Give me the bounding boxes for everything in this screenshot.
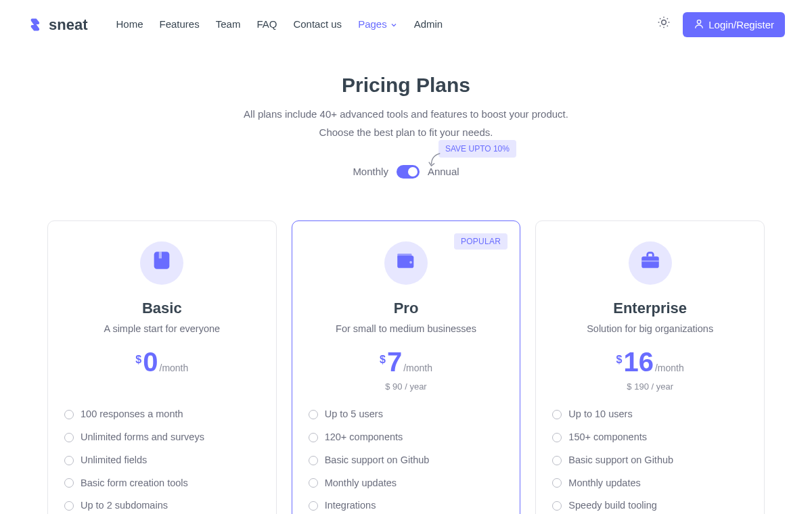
page-subtitle-1: All plans include 40+ advanced tools and… (47, 107, 765, 122)
nav-link-admin[interactable]: Admin (414, 17, 443, 32)
feature-text: Basic support on Github (568, 453, 673, 468)
price-amount: 0 (143, 348, 158, 375)
nav-link-features[interactable]: Features (160, 17, 200, 32)
nav-link-pages[interactable]: Pages (358, 17, 398, 32)
briefcase-icon (639, 249, 662, 277)
toggle-label-monthly[interactable]: Monthly (353, 164, 388, 180)
feature-text: Integrations (325, 498, 376, 513)
page-subtitle-2: Choose the best plan to fit your needs. (47, 125, 765, 141)
feature-text: 120+ components (325, 430, 403, 445)
login-register-button[interactable]: Login/Register (683, 12, 785, 37)
brand-logo-icon (27, 17, 43, 33)
plan-price: $ 16 /month (552, 348, 748, 376)
feature-item: Speedy build tooling (552, 494, 748, 514)
feature-item: 150+ components (552, 426, 748, 449)
feature-text: Up to 5 users (325, 407, 383, 422)
save-badge: SAVE UPTO 10% (438, 140, 516, 158)
price-yearly: $ 90 / year (309, 380, 504, 392)
circle-icon (552, 433, 562, 442)
feature-item: Monthly updates (552, 472, 748, 495)
svg-point-0 (662, 20, 667, 25)
feature-item: 100 responses a month (64, 403, 260, 426)
svg-line-8 (667, 18, 668, 19)
feature-item: Integrations (309, 494, 504, 514)
nav-right: Login/Register (657, 12, 785, 37)
feature-item: Basic form creation tools (64, 472, 260, 495)
circle-icon (309, 501, 318, 511)
wallet-icon (394, 249, 418, 277)
plan-icon-enterprise (629, 241, 672, 285)
svg-point-13 (409, 261, 412, 264)
feature-text: 150+ components (568, 430, 647, 445)
feature-item: Up to 10 users (552, 403, 748, 426)
page-title: Pricing Plans (47, 70, 765, 100)
feature-text: Unlimited fields (81, 453, 147, 468)
circle-icon (64, 433, 74, 442)
plan-icon-basic (140, 241, 183, 285)
nav-link-faq[interactable]: FAQ (256, 17, 277, 32)
plan-desc: Solution for big organizations (552, 322, 748, 337)
nav-link-contact[interactable]: Contact us (293, 17, 342, 32)
price-period: /month (655, 361, 684, 375)
circle-icon (64, 501, 74, 511)
user-icon (694, 18, 704, 31)
nav-link-pages-label: Pages (358, 17, 387, 32)
plan-price: $ 0 /month (64, 348, 260, 376)
popular-badge: POPULAR (454, 233, 508, 250)
svg-rect-15 (641, 260, 659, 262)
billing-switch[interactable] (397, 165, 420, 179)
circle-icon (309, 433, 318, 442)
feature-text: Unlimited forms and surveys (81, 430, 204, 445)
hero: Pricing Plans All plans include 40+ adva… (47, 49, 765, 180)
circle-icon (309, 456, 318, 465)
plan-card-pro: POPULAR Pro For small to medium business… (292, 220, 521, 515)
svg-rect-14 (641, 257, 659, 268)
brand[interactable]: sneat (27, 14, 87, 36)
feature-item: Unlimited fields (64, 449, 260, 472)
feature-item: Monthly updates (309, 472, 504, 495)
nav-links: Home Features Team FAQ Contact us Pages … (116, 17, 443, 32)
feature-text: Basic form creation tools (81, 476, 188, 491)
circle-icon (552, 410, 562, 419)
pricing-grid: Basic A simple start for everyone $ 0 /m… (47, 220, 765, 515)
svg-rect-12 (397, 254, 411, 258)
price-amount: 7 (387, 348, 402, 375)
nav-link-home[interactable]: Home (116, 17, 143, 32)
feature-text: Speedy build tooling (568, 498, 657, 513)
feature-list: Up to 5 users 120+ components Basic supp… (309, 403, 504, 514)
svg-line-7 (660, 26, 660, 26)
circle-icon (552, 456, 562, 465)
plan-card-enterprise: Enterprise Solution for big organization… (535, 220, 765, 515)
price-yearly: $ 190 / year (552, 380, 748, 392)
sun-icon (657, 16, 671, 34)
feature-item: 120+ components (309, 426, 504, 449)
price-currency: $ (616, 352, 623, 368)
plan-price: $ 7 /month (309, 348, 504, 376)
svg-line-4 (667, 26, 668, 26)
price-currency: $ (135, 352, 141, 368)
circle-icon (309, 478, 318, 488)
circle-icon (64, 478, 74, 488)
feature-text: Basic support on Github (325, 453, 430, 468)
circle-icon (64, 456, 74, 465)
nav-link-team[interactable]: Team (216, 17, 241, 32)
billing-toggle: SAVE UPTO 10% Monthly Annual (47, 164, 765, 180)
feature-text: Monthly updates (568, 476, 640, 491)
svg-line-3 (660, 18, 660, 19)
price-yearly (64, 380, 260, 392)
price-currency: $ (380, 352, 386, 368)
feature-text: Monthly updates (325, 476, 397, 491)
plan-card-basic: Basic A simple start for everyone $ 0 /m… (47, 220, 277, 515)
price-amount: 16 (623, 348, 654, 375)
feature-text: Up to 2 subdomains (81, 498, 168, 513)
feature-item: Basic support on Github (552, 449, 748, 472)
price-period: /month (160, 361, 189, 375)
plan-name: Basic (64, 297, 260, 319)
plan-icon-pro (384, 241, 428, 285)
feature-text: Up to 10 users (568, 407, 632, 422)
price-period: /month (403, 361, 432, 375)
plan-name: Pro (309, 297, 504, 319)
svg-rect-11 (159, 252, 162, 259)
theme-toggle-button[interactable] (657, 18, 671, 32)
login-label: Login/Register (708, 19, 774, 30)
